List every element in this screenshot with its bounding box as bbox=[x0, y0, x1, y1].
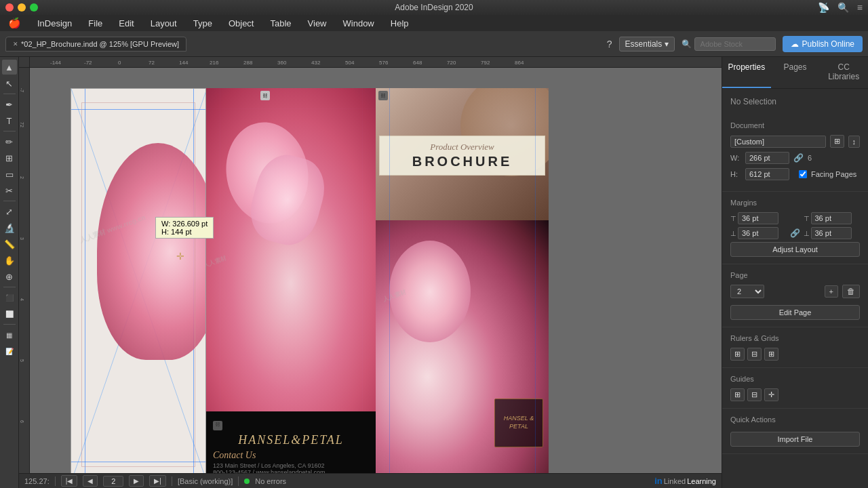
document-label: Document bbox=[730, 121, 860, 129]
hand-tool[interactable]: ✋ bbox=[2, 253, 17, 268]
grid2-icon-btn[interactable]: ⊞ bbox=[764, 348, 778, 361]
document-tab[interactable]: ✕ *02_HP_Brochure.indd @ 125% [GPU Previ… bbox=[5, 37, 186, 52]
minimize-button[interactable] bbox=[18, 3, 26, 12]
coordinates-display: 125.27: bbox=[24, 477, 50, 485]
link-icon-right[interactable]: ⛓ bbox=[378, 91, 388, 100]
margin-left-icon: ⊥ bbox=[804, 230, 810, 237]
linked-learning-area: in Linked Learning bbox=[654, 476, 716, 486]
ruler-icon-btn[interactable]: ⊞ bbox=[730, 348, 745, 361]
contact-address: 123 Main Street / Los Angeles, CA 91602 bbox=[213, 462, 369, 469]
guide-icon-btn2[interactable]: ⊟ bbox=[747, 388, 762, 401]
delete-page-button[interactable]: 🗑 bbox=[842, 285, 860, 298]
horizontal-ruler: -144 -72 0 72 144 216 288 360 432 504 57… bbox=[30, 57, 722, 68]
measure-tool[interactable]: 📏 bbox=[2, 237, 17, 251]
chain-icon[interactable]: 🔗 bbox=[793, 153, 804, 163]
page-center: ⛓ ⛓ HANSEL&PETAL Contact Us 123 Main Str… bbox=[206, 88, 376, 481]
stroke-color[interactable]: ⬜ bbox=[2, 306, 17, 321]
canvas-area[interactable]: -144 -72 0 72 144 216 288 360 432 504 57… bbox=[19, 57, 722, 488]
adjust-layout-button[interactable]: Adjust Layout bbox=[730, 242, 860, 257]
w-label: W: bbox=[730, 154, 741, 162]
close-button[interactable] bbox=[5, 3, 14, 12]
guide-icon-btn3[interactable]: ✛ bbox=[764, 388, 778, 401]
help-icon[interactable]: ? bbox=[607, 39, 612, 49]
menu-object[interactable]: Object bbox=[226, 17, 257, 30]
pencil-tool[interactable]: ✏ bbox=[2, 134, 17, 149]
maximize-button[interactable] bbox=[30, 3, 38, 12]
selection-tool[interactable]: ▲ bbox=[2, 60, 17, 75]
gradient-tool[interactable]: ▦ bbox=[2, 327, 17, 342]
next-page-button[interactable]: ▶ bbox=[129, 475, 144, 487]
menu-icon[interactable]: ≡ bbox=[857, 2, 863, 13]
direct-selection-tool[interactable]: ↖ bbox=[2, 76, 17, 91]
margins-section: Margins ⊤ ⊤ ⊥ 🔗 ⊥ bbox=[722, 192, 868, 264]
document-section: Document [Custom] ⊞ ↕ W: 🔗 6 H: F bbox=[722, 115, 868, 192]
panel-tabs: Properties Pages CC Libraries bbox=[722, 57, 868, 89]
preset-icon-btn1[interactable]: ⊞ bbox=[830, 135, 844, 148]
menu-type[interactable]: Type bbox=[191, 17, 215, 30]
first-page-button[interactable]: |◀ bbox=[61, 475, 78, 487]
height-input[interactable] bbox=[745, 168, 789, 180]
no-selection-label: No Selection bbox=[722, 89, 868, 115]
guide-icon-btn1[interactable]: ⊞ bbox=[730, 388, 745, 401]
page-number-input[interactable]: 2 bbox=[103, 476, 123, 487]
ruler-corner bbox=[19, 57, 30, 68]
menu-table[interactable]: Table bbox=[267, 17, 294, 30]
pages-tab[interactable]: Pages bbox=[771, 57, 820, 88]
link-icon-top[interactable]: ⛓ bbox=[260, 91, 270, 100]
apple-menu[interactable]: 🍎 bbox=[5, 16, 24, 30]
menu-help[interactable]: Help bbox=[388, 17, 412, 30]
last-page-button[interactable]: ▶| bbox=[149, 475, 166, 487]
facing-pages-checkbox[interactable] bbox=[799, 170, 807, 178]
document-preset-select[interactable]: [Custom] bbox=[730, 136, 826, 148]
fill-color[interactable]: ⬛ bbox=[2, 290, 17, 305]
prev-page-button[interactable]: ◀ bbox=[83, 475, 98, 487]
stock-search-input[interactable] bbox=[694, 37, 776, 51]
margin-bottom-input[interactable] bbox=[738, 227, 778, 239]
title-bar: Adobe InDesign 2020 📡 🔍 ≡ bbox=[0, 0, 868, 15]
grid-icon-btn[interactable]: ⊟ bbox=[747, 348, 762, 361]
cc-libraries-tab[interactable]: CC Libraries bbox=[819, 57, 868, 88]
tool-separator-1 bbox=[3, 94, 16, 94]
quick-actions-section: Quick Actions Import File bbox=[722, 409, 868, 454]
scissors-tool[interactable]: ✂ bbox=[2, 183, 17, 198]
publish-online-button[interactable]: ☁ Publish Online bbox=[783, 36, 863, 52]
margin-left-input[interactable] bbox=[811, 227, 852, 239]
menu-window[interactable]: Window bbox=[340, 17, 377, 30]
menu-view[interactable]: View bbox=[305, 17, 330, 30]
linkedin-icon: in bbox=[654, 476, 663, 486]
transform-icon[interactable]: ✛ bbox=[176, 251, 187, 262]
page-select[interactable]: 2 bbox=[730, 285, 764, 298]
canvas-content: 人人素材 www.rrcg.cn ⛓ bbox=[30, 68, 722, 488]
rectangle-tool[interactable]: ▭ bbox=[2, 167, 17, 182]
tab-close-icon[interactable]: ✕ bbox=[13, 41, 18, 47]
menu-edit[interactable]: Edit bbox=[116, 17, 136, 30]
preset-icon-btn2[interactable]: ↕ bbox=[848, 136, 861, 148]
properties-tab[interactable]: Properties bbox=[722, 57, 771, 88]
right-panel: Properties Pages CC Libraries No Selecti… bbox=[722, 57, 868, 488]
menu-layout[interactable]: Layout bbox=[148, 17, 180, 30]
menu-file[interactable]: File bbox=[85, 17, 105, 30]
guides-label: Guides bbox=[730, 375, 860, 383]
num-pages-input-display: 6 bbox=[808, 154, 818, 162]
link-icon-contact[interactable]: ⛓ bbox=[213, 421, 222, 430]
status-divider-1 bbox=[55, 476, 56, 486]
new-page-button[interactable]: + bbox=[825, 285, 838, 298]
margins-chain-icon[interactable]: 🔗 bbox=[790, 228, 800, 238]
eyedropper-tool[interactable]: 🔬 bbox=[2, 220, 17, 235]
essentials-button[interactable]: Essentials ▾ bbox=[619, 37, 675, 52]
edit-page-button[interactable]: Edit Page bbox=[730, 305, 860, 320]
margin-right-input[interactable] bbox=[811, 212, 852, 224]
margin-top-input[interactable] bbox=[738, 212, 778, 224]
free-transform-tool[interactable]: ⤢ bbox=[2, 204, 17, 219]
pen-tool[interactable]: ✒ bbox=[2, 97, 17, 112]
text-tool[interactable]: T bbox=[2, 113, 17, 128]
import-file-button[interactable]: Import File bbox=[730, 432, 860, 447]
menu-indesign[interactable]: InDesign bbox=[35, 17, 75, 30]
quick-actions-label: Quick Actions bbox=[730, 415, 860, 424]
rectangle-frame-tool[interactable]: ⊞ bbox=[2, 150, 17, 165]
search-icon[interactable]: 🔍 bbox=[837, 2, 849, 13]
page-section: Page 2 + 🗑 Edit Page bbox=[722, 264, 868, 327]
note-tool[interactable]: 📝 bbox=[2, 344, 17, 359]
width-input[interactable] bbox=[745, 152, 789, 164]
zoom-tool[interactable]: ⊕ bbox=[2, 269, 17, 284]
